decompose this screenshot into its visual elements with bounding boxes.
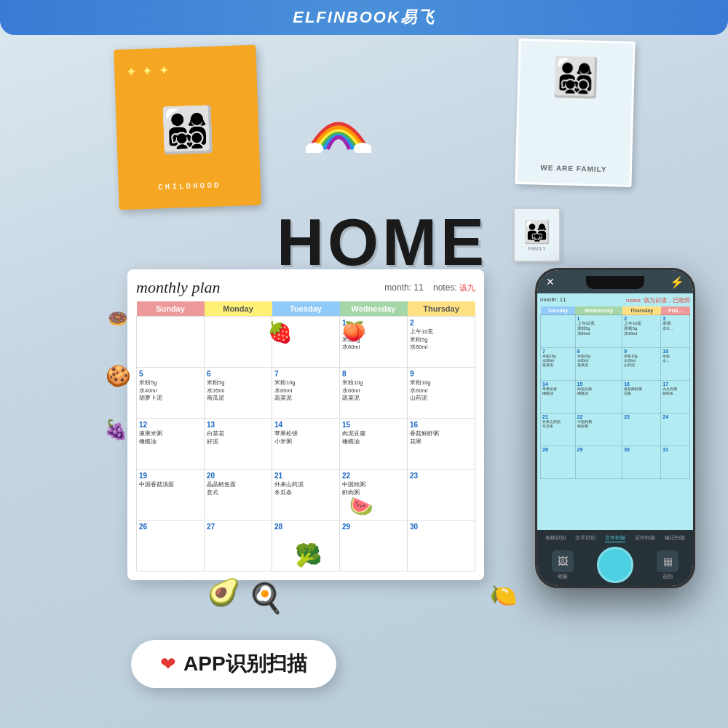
calendar-cell: 13白菜花 好泥 [205, 419, 272, 470]
phone-cal-row-3: 14苹果松饼橄榄油 15肉泥豆腐橄榄油 16香菇鲜虾粥花集 17火火炸粥钱粉条 [541, 381, 690, 414]
tab-file-scan[interactable]: 文件扫描 [605, 534, 625, 542]
shutter-button[interactable] [597, 547, 633, 583]
calendar-cell: 27 [205, 521, 272, 571]
burst-label: 连拍 [662, 574, 673, 580]
tab-note-scan[interactable]: 磁记扫描 [665, 534, 685, 542]
calendar-cell: 15肉泥豆腐 橄榄油 [340, 419, 408, 470]
calendar-cell: 7米粉10g 水60ml 蔬菜泥 [272, 368, 340, 419]
phone-controls: 🖼 相册 ▦ 连拍 [540, 547, 690, 583]
phone-cal-cell: 1上午10克米粉5g水60ml [575, 315, 622, 348]
family-illustration: 👨‍👩‍👧‍👦 [159, 107, 215, 153]
gallery-button[interactable]: 🖼 [552, 550, 574, 572]
calendar-cell: 6米粉5g 水35ml 南瓜泥 [205, 368, 272, 419]
th-monday: Monday [205, 301, 272, 317]
phone-screen: ✕ ⚡ month: 11 notes: 该九识读，已能滑 Tuesday We… [537, 270, 693, 586]
phone-mockup: ✕ ⚡ month: 11 notes: 该九识读，已能滑 Tuesday We… [535, 268, 695, 588]
phone-cal-cell: 7米粉10g水60ml蔬菜泥 [541, 348, 576, 381]
magnet-avocado: 🥑 [207, 577, 240, 608]
star-2: ✦ [142, 63, 154, 80]
phone-cal-cell: 16香菇鲜虾粥花集 [622, 381, 661, 414]
th-wednesday: Wednesday [340, 301, 408, 317]
phone-cal-cell: 17火火炸粥钱粉条 [661, 381, 690, 414]
family-photo-sticker: 👨‍👩‍👧‍👦 WE ARE FAMILY [515, 39, 635, 187]
brand-title: ELFINBOOK易飞 [293, 7, 435, 28]
calendar-cell: 12液果米粥 橄榄油 [137, 419, 205, 470]
phone-cal-cell: 29 [575, 446, 622, 479]
calendar-cell: 19中国香菇汤面 [137, 470, 205, 521]
calendar-cell: 23 [408, 470, 475, 521]
tab-id-scan[interactable]: 证件扫描 [635, 534, 655, 542]
phone-cal-cell: 23 [622, 414, 661, 446]
magnet-watermelon: 🍉 [349, 495, 373, 518]
phone-cal-row-1: 1上午10克米粉5g水60ml 2上午10克米粉5g水60ml 3米粉水6... [541, 315, 690, 348]
ph-th-wednesday: Wednesday [575, 306, 622, 315]
magnet-lemon: 🍋 [490, 582, 517, 608]
tab-table-recognition[interactable]: 表格识别 [545, 534, 566, 542]
phone-cal-cell: 14苹果松饼橄榄油 [541, 381, 576, 414]
childhood-label: CHILDHOOD [158, 181, 221, 191]
magnet-donut: 🍩 [108, 309, 127, 328]
calendar-grid: Sunday Monday Tuesday Wednesday Thursday… [136, 301, 475, 571]
scan-label: APP识别扫描 [183, 650, 307, 678]
magnet-grape: 🍇 [104, 419, 127, 441]
magnet-cookie2: 🍳 [248, 581, 284, 615]
th-tuesday: Tuesday [272, 301, 340, 317]
phone-cal-cell: 10米粉水... [661, 348, 690, 381]
phone-close-icon[interactable]: ✕ [546, 276, 555, 288]
calendar-cell: 20晶晶鳕鱼面 意式 [205, 470, 272, 521]
calendar-cell: 26 [137, 521, 205, 571]
phone-cal-cell: 30 [622, 446, 661, 479]
tab-text-recognition[interactable]: 文字识别 [575, 534, 596, 542]
phone-tabs: 表格识别 文字识别 文件扫描 证件扫描 磁记扫描 [540, 534, 690, 542]
phone-calendar-view: month: 11 notes: 该九识读，已能滑 Tuesday Wednes… [537, 293, 693, 530]
phone-cal-cell [541, 315, 576, 348]
calendar-title: monthly plan [136, 278, 221, 297]
calendar-cell: 9米粉10g 水60ml 山药泥 [408, 368, 475, 419]
calendar-cell: 5米粉5g 水40ml 胡萝卜泥 [137, 368, 205, 419]
ph-th-tuesday: Tuesday [541, 306, 576, 315]
small-family-sticker: 👨‍👩‍👧 FAMILY [513, 207, 561, 262]
we-are-family-text: WE ARE FAMILY [540, 164, 606, 173]
ph-th-thursday: Thursday [622, 306, 661, 315]
phone-cal-cell: 15肉泥豆腐橄榄油 [575, 381, 622, 414]
gallery-label: 相册 [558, 574, 568, 580]
calendar-cell: 21外来山药泥 冬瓜条 [272, 470, 340, 521]
calendar-row-1: 5米粉5g 水40ml 胡萝卜泥6米粉5g 水35ml 南瓜泥7米粉10g 水6… [137, 368, 475, 419]
phone-bottom-bar: 表格识别 文字识别 文件扫描 证件扫描 磁记扫描 🖼 相册 ▦ 连拍 [537, 530, 693, 586]
calendar-month-notes: month: 11 notes: 该九 [384, 282, 475, 293]
calendar-row-3: 19中国香菇汤面20晶晶鳕鱼面 意式21外来山药泥 冬瓜条22中国炖粥 虾肉粥2… [137, 470, 475, 521]
magnet-peach: 🍑 [342, 320, 365, 343]
phone-cal-cell: 24 [661, 414, 690, 446]
calendar-cell: 16香菇鲜虾粥 花果 [408, 419, 475, 470]
phone-cal-grid: Tuesday Wednesday Thursday Frid... 1上午10… [540, 306, 690, 479]
ph-th-friday: Frid... [661, 306, 690, 315]
rainbow-decoration [306, 109, 371, 156]
calendar-row-2: 12液果米粥 橄榄油13白菜花 好泥14苹果松饼 小米粥15肉泥豆腐 橄榄油16… [137, 419, 475, 470]
burst-button[interactable]: ▦ [657, 550, 678, 572]
phone-cal-cell: 9米粉10g水60ml山药泥 [622, 348, 661, 381]
app-scan-button[interactable]: ❤ APP识别扫描 [131, 640, 336, 688]
phone-flash-icon[interactable]: ⚡ [670, 275, 684, 289]
monthly-plan-calendar: monthly plan month: 11 notes: 该九 Sunday … [127, 269, 484, 580]
phone-cal-cell: 21外来山药泥冬瓜条 [541, 414, 576, 446]
star-3: ✦ [159, 63, 170, 79]
sticky-note-childhood: ✦ ✦ ✦ 👨‍👩‍👧‍👦 CHILDHOOD [114, 45, 261, 210]
calendar-cell: 14苹果松饼 小米粥 [272, 419, 340, 470]
phone-cal-row-5: 28 29 30 31 [541, 446, 690, 479]
top-banner: ELFINBOOK易飞 [0, 0, 728, 35]
phone-cal-header: month: 11 notes: 该九识读，已能滑 [540, 296, 690, 304]
calendar-cell: 29 [340, 521, 408, 571]
calendar-cell [137, 317, 205, 368]
phone-cal-row-4: 21外来山药泥冬瓜条 22中国炖粥粉粉粥 23 24 [541, 414, 690, 446]
calendar-cell: 30 [408, 521, 475, 571]
th-thursday: Thursday [408, 301, 475, 317]
phone-cal-cell: 2上午10克米粉5g水60ml [622, 315, 661, 348]
magnet-broccoli: 🥦 [295, 542, 322, 568]
phone-cal-cell: 3米粉水6... [661, 315, 690, 348]
star-1: ✦ [125, 63, 137, 80]
calendar-cell: 2上午10克 米粉5g 水60ml [408, 317, 475, 368]
magnet-strawberry: 🍓 [267, 320, 293, 344]
heart-icon: ❤ [160, 653, 176, 676]
phone-notch [586, 276, 644, 289]
phone-cal-cell: 31 [661, 446, 690, 479]
